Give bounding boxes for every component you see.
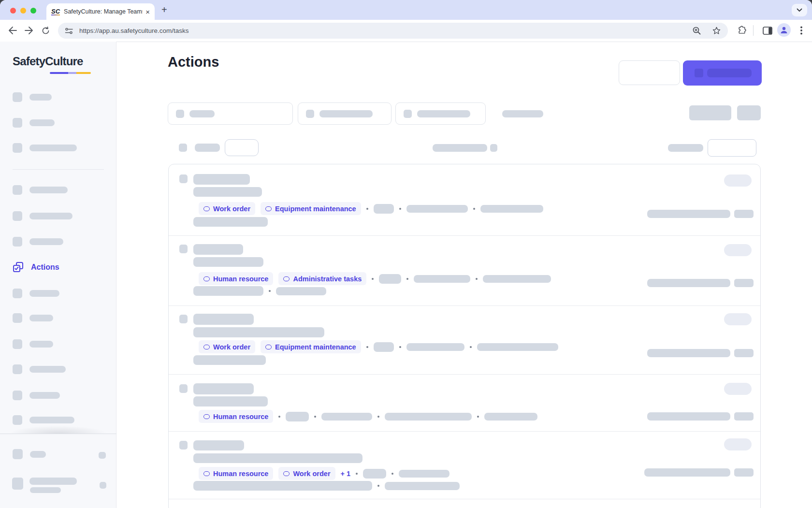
- filter-search-box[interactable]: [168, 102, 293, 125]
- row-checkbox-skeleton[interactable]: [179, 384, 188, 393]
- row-meta-skeleton: [363, 469, 386, 479]
- chevron-down-icon: [797, 8, 802, 12]
- extensions-button[interactable]: [735, 24, 749, 37]
- row-labels: Human resource: [199, 410, 537, 423]
- url-text[interactable]: https://app.au.safetyculture.com/tasks: [79, 27, 692, 34]
- label-chip[interactable]: Human resource: [199, 272, 273, 285]
- label-chip[interactable]: Work order: [199, 340, 255, 353]
- row-status-pill-skeleton: [724, 383, 752, 395]
- secondary-button-loading[interactable]: [619, 60, 680, 85]
- row-title-skeleton: [193, 244, 243, 255]
- group-select-box[interactable]: [708, 139, 756, 157]
- label-chip-text: Human resource: [213, 470, 268, 478]
- reload-button[interactable]: [39, 24, 52, 37]
- actions-icon: [13, 261, 24, 273]
- back-icon: [8, 27, 17, 34]
- sidebar-skeleton-label: [29, 145, 77, 151]
- sidebar-divider: [13, 169, 104, 170]
- dot-separator: [476, 278, 478, 280]
- sidebar-skeleton-label: [29, 119, 55, 126]
- side-panel-icon: [763, 27, 772, 35]
- dot-separator: [377, 485, 379, 487]
- bookmark-star-icon[interactable]: [712, 26, 721, 35]
- row-labels: Human resource Work order + 1: [199, 467, 450, 480]
- profile-avatar[interactable]: [777, 23, 791, 37]
- row-priority-skeleton: [734, 468, 754, 477]
- row-labels: Work order Equipment maintenance: [199, 202, 543, 215]
- minimize-window-button[interactable]: [20, 8, 26, 14]
- zoom-icon[interactable]: [692, 26, 701, 35]
- label-chip[interactable]: Human resource: [199, 410, 273, 423]
- row-meta-skeleton: [483, 275, 551, 283]
- kebab-menu-icon: [800, 26, 802, 35]
- row-status-pill-skeleton: [724, 438, 752, 450]
- row-checkbox-skeleton[interactable]: [179, 245, 188, 253]
- row-title-skeleton: [193, 314, 254, 325]
- row-assignee-skeleton: [647, 412, 730, 421]
- dot-separator: [473, 208, 475, 210]
- row-divider: [169, 305, 760, 306]
- filter-dropdown[interactable]: [395, 102, 486, 125]
- row-meta-skeleton: [374, 204, 394, 214]
- address-bar[interactable]: https://app.au.safetyculture.com/tasks: [58, 23, 728, 39]
- sidebar-skeleton-icon: [13, 92, 22, 102]
- forward-button[interactable]: [22, 24, 36, 37]
- row-subtitle-skeleton: [193, 396, 268, 406]
- sidebar-skeleton-icon: [13, 143, 22, 153]
- zoom-window-button[interactable]: [30, 8, 36, 14]
- row-meta-skeleton: [193, 481, 372, 491]
- sidebar-skeleton-label: [29, 213, 72, 219]
- filter-skeleton-icon: [306, 110, 314, 118]
- back-button[interactable]: [6, 24, 19, 37]
- dot-separator: [372, 278, 374, 280]
- label-tag-icon: [203, 471, 210, 476]
- label-chip[interactable]: Work order: [278, 467, 335, 480]
- side-panel-button[interactable]: [761, 24, 774, 37]
- bulk-action-box[interactable]: [225, 139, 259, 156]
- forward-icon: [25, 27, 33, 34]
- sidebar-skeleton-icon: [13, 364, 22, 374]
- sidebar-skeleton-icon: [13, 237, 22, 247]
- label-chip[interactable]: Human resource: [199, 467, 273, 480]
- dot-separator: [356, 473, 358, 475]
- browser-window: SC SafetyCulture: Manage Teams and... × …: [0, 0, 812, 508]
- tab-search-button[interactable]: [792, 4, 807, 16]
- row-meta-skeleton: [321, 413, 372, 421]
- row-checkbox-skeleton[interactable]: [179, 315, 188, 323]
- site-settings-icon[interactable]: [65, 28, 73, 34]
- row-checkbox-skeleton[interactable]: [179, 174, 188, 183]
- label-chip[interactable]: Administrative tasks: [278, 272, 366, 285]
- row-meta-skeleton: [379, 274, 401, 284]
- row-meta-skeleton: [406, 205, 468, 213]
- button-skeleton-label: [707, 69, 752, 77]
- row-priority-skeleton: [734, 412, 754, 421]
- sidebar-skeleton-label: [29, 238, 63, 245]
- browser-menu-button[interactable]: [795, 24, 808, 37]
- tab-close-icon[interactable]: ×: [145, 8, 150, 15]
- close-window-button[interactable]: [10, 8, 16, 14]
- label-chip-text: Equipment maintenance: [275, 343, 356, 351]
- sort-label-skeleton: [433, 144, 487, 152]
- row-meta-skeleton: [276, 287, 326, 295]
- label-chip[interactable]: Work order: [199, 202, 255, 215]
- primary-button-loading[interactable]: [683, 60, 762, 86]
- dot-separator: [477, 416, 479, 418]
- dot-separator: [406, 278, 408, 280]
- label-chip[interactable]: Equipment maintenance: [261, 340, 361, 353]
- safetyculture-logo[interactable]: SafetyCulture: [13, 55, 83, 68]
- dot-separator: [399, 208, 401, 210]
- more-labels-count[interactable]: + 1: [341, 470, 351, 478]
- browser-tab[interactable]: SC SafetyCulture: Manage Teams and... ×: [46, 3, 155, 20]
- row-status-pill-skeleton: [724, 174, 752, 187]
- toolbar-divider: [753, 25, 754, 36]
- sidebar-skeleton-icon: [13, 118, 22, 128]
- new-tab-button[interactable]: +: [161, 4, 167, 15]
- sidebar-skeleton-label: [29, 187, 68, 193]
- sidebar-footer-divider: [0, 434, 116, 434]
- row-checkbox-skeleton[interactable]: [179, 441, 188, 450]
- label-chip[interactable]: Equipment maintenance: [261, 202, 361, 215]
- row-meta-skeleton: [286, 412, 309, 421]
- filter-dropdown[interactable]: [298, 102, 392, 125]
- select-all-checkbox-skeleton[interactable]: [179, 144, 187, 152]
- sidebar-item-actions[interactable]: Actions: [13, 261, 59, 273]
